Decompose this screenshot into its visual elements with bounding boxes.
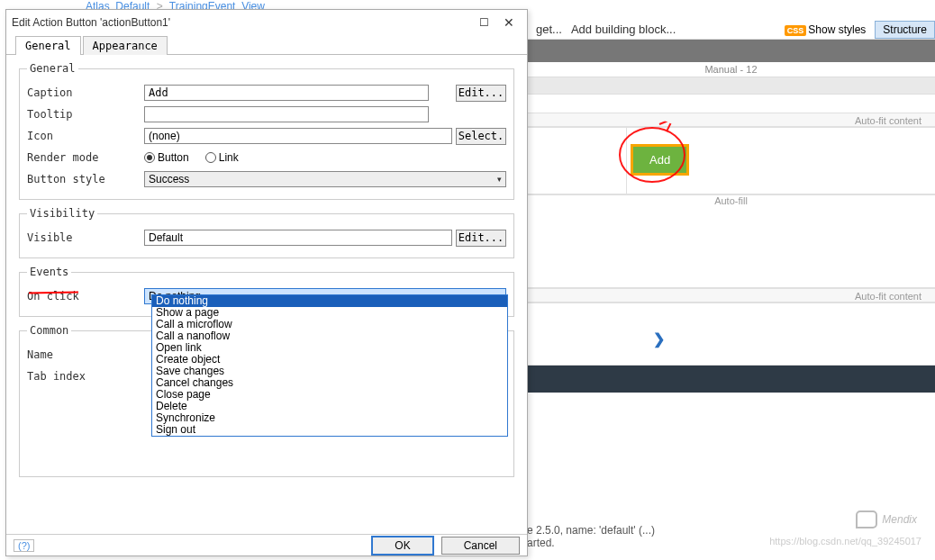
onclick-dropdown[interactable]: Do nothingShow a pageCall a microflowCal… — [151, 294, 508, 437]
radio-icon — [205, 152, 216, 163]
dropdown-option[interactable]: Call a nanoflow — [152, 330, 507, 342]
tab-general[interactable]: General — [15, 36, 81, 55]
ds-chevron-cell[interactable]: ❯ — [527, 303, 935, 366]
help-button[interactable]: (?) — [14, 539, 34, 552]
visible-label: Visible — [27, 231, 144, 244]
footer-text: e 2.5.0, name: 'default' (...) arted. — [527, 524, 655, 549]
close-icon[interactable]: ✕ — [496, 14, 522, 32]
caption-input[interactable] — [144, 85, 429, 101]
maximize-icon[interactable]: ☐ — [471, 14, 496, 32]
render-label: Render mode — [27, 151, 144, 164]
chat-icon — [856, 510, 877, 528]
ds-header-manual: Manual - 12 — [527, 62, 935, 77]
icon-input[interactable]: (none) — [144, 128, 452, 144]
dialog-titlebar[interactable]: Edit Action Button 'actionButton1' ☐ ✕ — [6, 10, 527, 35]
ds-grey-row — [527, 77, 935, 95]
dialog-tabs: General Appearance — [6, 35, 527, 55]
legend-visibility: Visibility — [27, 207, 97, 220]
visible-input[interactable]: Default — [144, 230, 452, 246]
dropdown-option[interactable]: Synchronize — [152, 412, 507, 424]
cancel-button[interactable]: Cancel — [441, 537, 520, 555]
caption-label: Caption — [27, 86, 144, 99]
ds-topbar — [527, 40, 935, 62]
legend-common: Common — [27, 324, 71, 337]
group-general: General Caption Edit... Tooltip Icon (no… — [19, 62, 514, 200]
style-label: Button style — [27, 173, 144, 185]
render-radio-link[interactable]: Link — [205, 151, 239, 164]
ds-button-cell[interactable]: Add — [527, 127, 935, 194]
icon-label: Icon — [27, 130, 144, 142]
name-label: Name — [27, 348, 144, 361]
dropdown-option[interactable]: Sign out — [152, 424, 507, 436]
tab-appearance[interactable]: Appearance — [83, 36, 168, 55]
tooltip-input[interactable] — [144, 106, 429, 122]
caption-edit-button[interactable]: Edit... — [456, 85, 506, 102]
visible-edit-button[interactable]: Edit... — [456, 230, 506, 247]
ds-autofit-2: Auto-fit content — [527, 288, 935, 303]
icon-select-button[interactable]: Select. — [456, 128, 506, 145]
dropdown-option[interactable]: Close page — [152, 389, 507, 401]
add-button[interactable]: Add — [631, 144, 689, 176]
group-visibility: Visibility Visible Default Edit... — [19, 207, 514, 258]
chevron-right-icon[interactable]: ❯ — [653, 330, 665, 348]
design-surface: Manual - 12 Auto-fit content Add Auto-fi… — [527, 40, 935, 560]
watermark-mendix: Mendix — [856, 510, 917, 528]
toolbar-show-styles[interactable]: CSSShow styles — [785, 23, 867, 36]
watermark-csdn: https://blog.csdn.net/qq_39245017 — [769, 536, 921, 546]
edit-action-button-dialog: Edit Action Button 'actionButton1' ☐ ✕ G… — [5, 9, 528, 556]
ds-autofill: Auto-fill — [527, 194, 935, 207]
dialog-title: Edit Action Button 'actionButton1' — [12, 16, 471, 29]
legend-events: Events — [27, 266, 71, 278]
radio-icon — [144, 152, 155, 163]
chevron-down-icon: ▾ — [497, 175, 502, 184]
render-radio-button[interactable]: Button — [144, 151, 189, 164]
style-select[interactable]: Success▾ — [144, 171, 506, 187]
toolbar-widget[interactable]: get... — [536, 23, 562, 36]
editor-toolbar: get... Add building block... CSSShow sty… — [527, 20, 935, 40]
legend-general: General — [27, 62, 78, 75]
dialog-footer: (?) OK Cancel — [6, 534, 527, 555]
toolbar-structure[interactable]: Structure — [875, 21, 935, 39]
ds-autofit-1: Auto-fit content — [527, 113, 935, 127]
toolbar-add-block[interactable]: Add building block... — [571, 23, 676, 36]
tooltip-label: Tooltip — [27, 108, 144, 121]
ds-navbar — [527, 366, 935, 393]
ok-button[interactable]: OK — [371, 536, 433, 555]
render-radio-group: Button Link — [144, 151, 239, 164]
tabindex-label: Tab index — [27, 370, 144, 383]
